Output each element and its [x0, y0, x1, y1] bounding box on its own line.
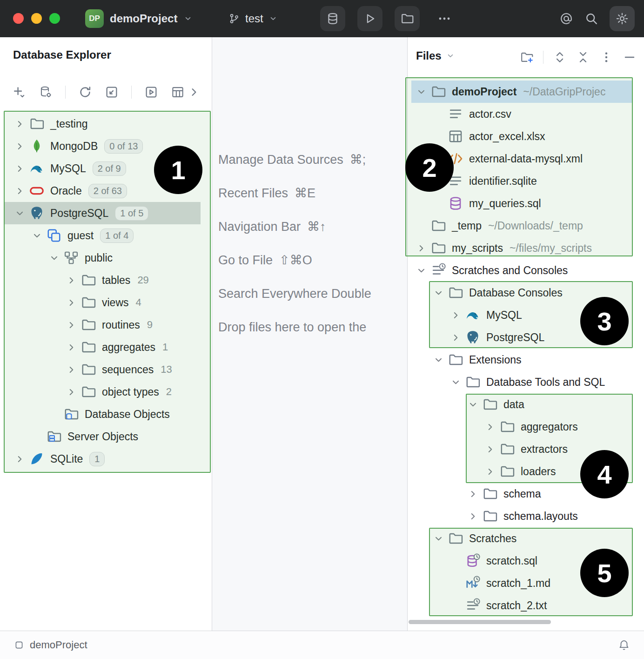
db-tree-item-tables[interactable]: tables29: [0, 269, 212, 291]
files-panel-title[interactable]: Files: [416, 49, 455, 62]
file-tree-item-my-scripts[interactable]: my_scripts~/files/my_scripts: [408, 237, 644, 259]
project-window-icon: [14, 640, 24, 650]
chevron-right-icon[interactable]: [62, 381, 80, 403]
chevron-right-icon[interactable]: [10, 180, 29, 202]
file-tree-item-scratches[interactable]: Scratches: [408, 527, 644, 550]
chevron-down-icon[interactable]: [429, 527, 448, 550]
hint-label: Search Everywhere Double: [218, 287, 371, 301]
file-tree-item-scratch-2-txt[interactable]: scratch_2.txt: [408, 594, 644, 617]
chevron-right-icon[interactable]: [412, 237, 430, 259]
titlebar: DP demoProject test: [0, 0, 644, 37]
vcs-branch-widget[interactable]: test: [228, 0, 278, 37]
locate-file-button[interactable]: [520, 50, 534, 64]
chevron-right-icon[interactable]: [10, 157, 29, 180]
file-tree-item-my-queries-sql[interactable]: my_queries.sql: [408, 192, 644, 215]
db-tree-item-sqlite[interactable]: SQLite1: [0, 448, 212, 470]
close-window-button[interactable]: [13, 13, 24, 24]
project-widget[interactable]: DP demoProject: [85, 0, 193, 37]
status-project-widget[interactable]: demoProject: [14, 639, 87, 651]
hide-panel-button[interactable]: [623, 50, 637, 64]
chevron-down-icon[interactable]: [429, 282, 448, 304]
chevron-down-icon[interactable]: [412, 259, 430, 282]
chevron-down-icon[interactable]: [446, 371, 465, 393]
file-tree-item-extensions[interactable]: Extensions: [408, 349, 644, 371]
add-button[interactable]: [12, 85, 26, 99]
editor-hint: Drop files here to open the: [218, 310, 407, 344]
chevron-right-icon[interactable]: [481, 416, 499, 438]
minimize-window-button[interactable]: [31, 13, 42, 24]
open-in-editor-button[interactable]: [144, 85, 158, 99]
chevron-right-icon[interactable]: [10, 448, 29, 470]
file-tree-item-aggregators[interactable]: aggregators: [408, 416, 644, 438]
chevron-right-icon[interactable]: [10, 135, 29, 157]
folder-icon: [448, 352, 463, 368]
file-tree-item-temp[interactable]: _temp~/Downloads/_temp: [408, 215, 644, 237]
chevron-right-icon[interactable]: [62, 314, 80, 336]
more-horizontal-button[interactable]: [432, 6, 457, 31]
chevron-down-icon[interactable]: [463, 393, 482, 416]
zoom-window-button[interactable]: [49, 13, 60, 24]
db-tree-item-views[interactable]: views4: [0, 291, 212, 314]
db-tree-item-sequences[interactable]: sequences13: [0, 358, 212, 381]
db-tree-item-server-objects[interactable]: Server Objects: [0, 425, 212, 448]
chevron-right-icon[interactable]: [62, 269, 80, 291]
editor-hint: Manage Data Sources⌘;: [218, 143, 407, 176]
settings-gear-button[interactable]: [610, 6, 635, 31]
notifications-bell-icon[interactable]: [618, 639, 630, 651]
folder-icon: [80, 272, 96, 288]
file-tree-item-scratches-and-consoles[interactable]: Scratches and Consoles: [408, 259, 644, 282]
db-tree-item-public[interactable]: public: [0, 247, 212, 269]
db-tree-item-aggregates[interactable]: aggregates1: [0, 336, 212, 358]
more-toolbar-button[interactable]: [188, 86, 201, 99]
database-tool-button[interactable]: [320, 6, 345, 31]
status-bar: demoProject: [0, 631, 644, 659]
more-kebab-button[interactable]: [599, 50, 613, 64]
search-button[interactable]: [584, 12, 598, 26]
file-tree-item-data[interactable]: data: [408, 393, 644, 416]
data-source-settings-button[interactable]: [39, 85, 53, 99]
chevron-right-icon[interactable]: [62, 358, 80, 381]
chevron-right-icon[interactable]: [463, 505, 482, 527]
item-count: 4: [136, 296, 141, 309]
file-tree-item-schema-layouts[interactable]: schema.layouts: [408, 505, 644, 527]
file-tree-item-demoproject[interactable]: demoProject~/DataGripProjec: [408, 81, 644, 103]
chevron-right-icon[interactable]: [10, 113, 29, 135]
chevron-right-icon[interactable]: [446, 304, 465, 326]
chevron-right-icon[interactable]: [62, 291, 80, 314]
chevron-down-icon[interactable]: [429, 349, 448, 371]
chevron-down-icon[interactable]: [10, 202, 29, 224]
db-tree-item-testing[interactable]: _testing: [0, 113, 212, 135]
horizontal-scrollbar[interactable]: [409, 620, 551, 624]
indent-spacer: [429, 103, 448, 125]
db-tree-item-postgresql[interactable]: PostgreSQL1 of 5: [0, 202, 212, 224]
chevron-down-icon[interactable]: [412, 81, 430, 103]
chevron-right-icon[interactable]: [481, 460, 499, 483]
expand-all-button[interactable]: [553, 50, 567, 64]
db-tree-item-guest[interactable]: guest1 of 4: [0, 224, 212, 247]
ai-assistant-button[interactable]: [559, 12, 573, 26]
collapse-all-button[interactable]: [576, 50, 590, 64]
toolbar-separator: [131, 86, 132, 99]
database-icon: [46, 228, 62, 243]
db-tree-item-routines[interactable]: routines9: [0, 314, 212, 336]
file-tree-item-actor-csv[interactable]: actor.csv: [408, 103, 644, 125]
db-tree-item-object-types[interactable]: object types2: [0, 381, 212, 403]
table-view-button[interactable]: [171, 85, 185, 99]
indent-spacer: [446, 550, 465, 572]
play-button[interactable]: [357, 6, 382, 31]
chevron-right-icon[interactable]: [62, 336, 80, 358]
attach-console-button[interactable]: [105, 85, 119, 99]
refresh-button[interactable]: [78, 85, 92, 99]
folder-tool-button[interactable]: [395, 6, 420, 31]
chevron-down-icon: [183, 14, 193, 23]
file-tree-item-database-tools-and-sql[interactable]: Database Tools and SQL: [408, 371, 644, 393]
chevron-right-icon[interactable]: [481, 438, 499, 460]
chevron-down-icon[interactable]: [45, 247, 63, 269]
folder-icon: [80, 317, 96, 333]
chevron-down-icon[interactable]: [27, 224, 46, 247]
chevron-right-icon[interactable]: [463, 483, 482, 505]
chevron-right-icon[interactable]: [446, 326, 465, 349]
tree-item-label: MongoDB: [50, 140, 98, 153]
db-tree-item-database-objects[interactable]: Database Objects: [0, 403, 212, 425]
file-tree-item-actor-excel-xlsx[interactable]: actor_excel.xlsx: [408, 125, 644, 148]
